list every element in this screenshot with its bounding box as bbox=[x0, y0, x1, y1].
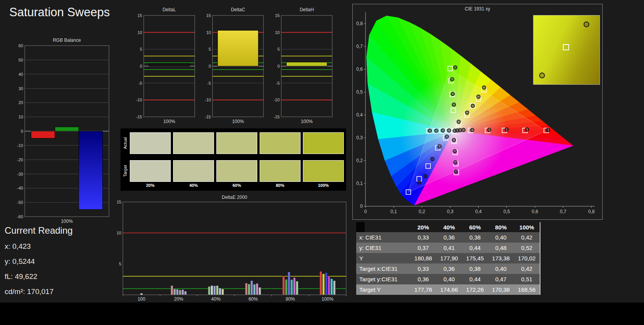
measured-marker bbox=[525, 128, 529, 131]
tick-label: -10 bbox=[274, 98, 280, 102]
measured-marker bbox=[457, 120, 460, 123]
blue-bar bbox=[79, 131, 103, 210]
swatch-row-label: Actual bbox=[122, 132, 128, 154]
table-cell: 0,37 bbox=[410, 245, 436, 251]
table-cell: 0,36 bbox=[436, 265, 462, 272]
tick-label: -50 bbox=[17, 200, 23, 205]
content-area: Saturation Sweeps RGB Balance 6050403020… bbox=[0, 0, 644, 303]
tick-label: -15 bbox=[205, 115, 211, 119]
reading-y: y: 0,5244 bbox=[5, 257, 73, 266]
tick-label: 5 bbox=[140, 47, 142, 51]
tick-label: 0,5 bbox=[503, 209, 510, 214]
measured-marker bbox=[471, 104, 474, 108]
red-bar bbox=[31, 131, 55, 138]
delta-l-chart[interactable]: DeltaL 151050-5-10-15100% bbox=[132, 6, 196, 125]
measured-marker bbox=[452, 138, 455, 142]
delta-e-bar bbox=[325, 272, 327, 295]
table-row: Target x:CIE310,330,360,380,400,42 bbox=[356, 263, 540, 274]
x-axis-label: 100 bbox=[138, 296, 145, 302]
delta-h-chart[interactable]: DeltaH 151050-5-10-15100% bbox=[270, 6, 334, 125]
delta-c-chart[interactable]: DeltaC 151050-5-10-15100% bbox=[201, 6, 265, 125]
delta-l-title: DeltaL bbox=[144, 6, 195, 13]
swatch-row-label: Target bbox=[122, 160, 128, 182]
measured-marker bbox=[454, 170, 457, 173]
delta-c-title: DeltaC bbox=[212, 6, 263, 13]
measured-marker bbox=[471, 128, 474, 132]
rgb-balance-title: RGB Balance bbox=[25, 37, 109, 43]
tick-label: 0 bbox=[140, 64, 142, 68]
table-cell: 0,42 bbox=[514, 265, 540, 272]
tick-label: 15 bbox=[275, 13, 280, 18]
table-row: Y180,88177,90175,45173,38170,02 bbox=[356, 253, 540, 263]
table-col-header: 20% bbox=[410, 224, 436, 231]
measured-marker bbox=[451, 92, 454, 96]
deltaC-100-bar bbox=[217, 30, 258, 66]
measured-marker bbox=[453, 149, 456, 153]
table-cell: 177,78 bbox=[410, 286, 436, 293]
table-cell: 172,26 bbox=[462, 286, 488, 293]
tick-label: 15 bbox=[117, 200, 121, 204]
inset-target-marker bbox=[563, 44, 569, 50]
cie-1931-panel[interactable]: CIE 1931 xy 00,10,20,30,40,50,60,70,800,… bbox=[352, 4, 603, 220]
inset-measured-marker bbox=[583, 22, 589, 27]
deltaL-100-bar bbox=[149, 63, 190, 66]
delta-e-bar bbox=[293, 277, 296, 295]
table-row-label: y: CIE31 bbox=[356, 245, 410, 251]
swatch-col-label: 80% bbox=[260, 183, 301, 188]
actual-swatch-60% bbox=[216, 132, 257, 154]
delta-e-bar bbox=[251, 281, 253, 295]
table-header-row: 20%40%60%80%100% bbox=[356, 222, 540, 232]
tick-label: 0,8 bbox=[588, 209, 595, 214]
delta-e-bar bbox=[253, 284, 256, 295]
tick-label: 0,6 bbox=[356, 67, 363, 72]
table-cell: 0,51 bbox=[514, 276, 540, 282]
table-cell: 0,52 bbox=[514, 245, 540, 251]
table-cell: 0,40 bbox=[488, 265, 514, 272]
table-cell: 175,45 bbox=[462, 255, 488, 262]
table-corner bbox=[356, 222, 365, 232]
table-cell: 173,38 bbox=[488, 255, 514, 262]
results-table[interactable]: 20%40%60%80%100%x: CIE310,330,360,380,40… bbox=[356, 222, 540, 295]
delta-e-bar bbox=[219, 288, 221, 295]
tick-label: 0 bbox=[360, 204, 363, 209]
measured-marker bbox=[450, 77, 454, 81]
tick-label: 0 bbox=[277, 64, 280, 68]
measured-marker bbox=[447, 129, 451, 132]
table-cell: 0,36 bbox=[436, 234, 462, 241]
measured-marker bbox=[462, 128, 465, 132]
tick-label: -10 bbox=[136, 98, 142, 102]
table-cell: 170,02 bbox=[514, 255, 540, 262]
tick-label: 0,3 bbox=[447, 209, 454, 214]
tick-label: 30 bbox=[19, 86, 23, 91]
tick-label: 60 bbox=[19, 43, 23, 48]
delta-e-bar bbox=[296, 281, 298, 295]
swatch-col-label: 60% bbox=[216, 183, 257, 188]
swatch-col-label: 40% bbox=[173, 183, 214, 188]
table-row: y: CIE310,370,410,440,480,52 bbox=[356, 243, 540, 253]
tick-label: 0,7 bbox=[560, 209, 566, 214]
tick-label: 0,1 bbox=[356, 181, 363, 186]
tick-label: -30 bbox=[17, 172, 23, 176]
tick-label: -10 bbox=[17, 143, 23, 148]
rgb-balance-chart[interactable]: RGB Balance 6050403020100-10-20-30-40-50… bbox=[11, 37, 111, 226]
measured-marker bbox=[466, 111, 469, 115]
table-cell: 0,42 bbox=[514, 234, 540, 241]
delta-e-bar bbox=[184, 291, 187, 295]
inset-measured-marker bbox=[539, 72, 545, 78]
measured-marker bbox=[454, 66, 457, 69]
delta-e-2000-chart[interactable]: DeltaE 2000 10020%40%60%80%100%15105 bbox=[114, 194, 348, 304]
cie-zoom-inset[interactable] bbox=[533, 15, 600, 85]
delta-e-bar bbox=[333, 281, 335, 295]
delta-e-title: DeltaE 2000 bbox=[123, 194, 346, 200]
actual-swatch-80% bbox=[260, 132, 301, 154]
table-row-label: Target Y bbox=[356, 286, 410, 293]
delta-e-bar bbox=[259, 287, 261, 295]
saturation-swatch-panel[interactable]: ActualTarget20%40%60%80%100% bbox=[121, 128, 346, 191]
delta-e-bar bbox=[288, 272, 290, 295]
tick-label: 0 bbox=[364, 209, 367, 214]
tick-label: 0,5 bbox=[356, 89, 363, 95]
tick-label: -20 bbox=[17, 157, 23, 162]
tick-label: 0,6 bbox=[532, 209, 538, 214]
measured-marker bbox=[431, 157, 434, 161]
delta-e-bar bbox=[282, 276, 285, 295]
